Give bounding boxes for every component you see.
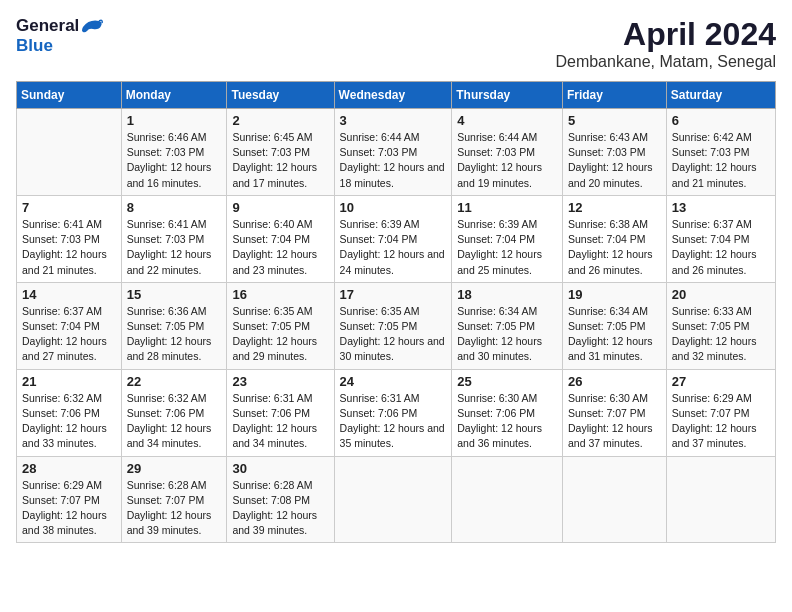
day-info: Sunrise: 6:29 AMSunset: 7:07 PMDaylight:… — [672, 391, 771, 452]
day-info: Sunrise: 6:36 AMSunset: 7:05 PMDaylight:… — [127, 304, 223, 365]
calendar-cell: 30Sunrise: 6:28 AMSunset: 7:08 PMDayligh… — [227, 456, 334, 543]
day-number: 6 — [672, 113, 771, 128]
calendar-cell: 9Sunrise: 6:40 AMSunset: 7:04 PMDaylight… — [227, 195, 334, 282]
calendar-cell: 3Sunrise: 6:44 AMSunset: 7:03 PMDaylight… — [334, 109, 452, 196]
day-info: Sunrise: 6:39 AMSunset: 7:04 PMDaylight:… — [457, 217, 558, 278]
day-number: 8 — [127, 200, 223, 215]
calendar-cell: 17Sunrise: 6:35 AMSunset: 7:05 PMDayligh… — [334, 282, 452, 369]
day-info: Sunrise: 6:44 AMSunset: 7:03 PMDaylight:… — [457, 130, 558, 191]
day-info: Sunrise: 6:41 AMSunset: 7:03 PMDaylight:… — [22, 217, 117, 278]
day-number: 12 — [568, 200, 662, 215]
calendar-cell: 1Sunrise: 6:46 AMSunset: 7:03 PMDaylight… — [121, 109, 227, 196]
header-day-saturday: Saturday — [666, 82, 775, 109]
calendar-cell: 24Sunrise: 6:31 AMSunset: 7:06 PMDayligh… — [334, 369, 452, 456]
day-info: Sunrise: 6:34 AMSunset: 7:05 PMDaylight:… — [568, 304, 662, 365]
day-number: 27 — [672, 374, 771, 389]
day-info: Sunrise: 6:37 AMSunset: 7:04 PMDaylight:… — [672, 217, 771, 278]
day-number: 17 — [340, 287, 448, 302]
day-number: 11 — [457, 200, 558, 215]
day-number: 25 — [457, 374, 558, 389]
calendar-cell: 7Sunrise: 6:41 AMSunset: 7:03 PMDaylight… — [17, 195, 122, 282]
day-number: 21 — [22, 374, 117, 389]
calendar-cell: 19Sunrise: 6:34 AMSunset: 7:05 PMDayligh… — [562, 282, 666, 369]
calendar-cell: 16Sunrise: 6:35 AMSunset: 7:05 PMDayligh… — [227, 282, 334, 369]
header-day-friday: Friday — [562, 82, 666, 109]
day-number: 26 — [568, 374, 662, 389]
day-number: 19 — [568, 287, 662, 302]
day-info: Sunrise: 6:31 AMSunset: 7:06 PMDaylight:… — [340, 391, 448, 452]
day-number: 7 — [22, 200, 117, 215]
day-info: Sunrise: 6:31 AMSunset: 7:06 PMDaylight:… — [232, 391, 329, 452]
day-number: 24 — [340, 374, 448, 389]
calendar-cell: 5Sunrise: 6:43 AMSunset: 7:03 PMDaylight… — [562, 109, 666, 196]
day-number: 22 — [127, 374, 223, 389]
calendar-cell — [452, 456, 563, 543]
day-info: Sunrise: 6:44 AMSunset: 7:03 PMDaylight:… — [340, 130, 448, 191]
calendar-cell: 11Sunrise: 6:39 AMSunset: 7:04 PMDayligh… — [452, 195, 563, 282]
day-info: Sunrise: 6:41 AMSunset: 7:03 PMDaylight:… — [127, 217, 223, 278]
day-info: Sunrise: 6:45 AMSunset: 7:03 PMDaylight:… — [232, 130, 329, 191]
calendar-cell: 20Sunrise: 6:33 AMSunset: 7:05 PMDayligh… — [666, 282, 775, 369]
logo-icon — [81, 17, 103, 35]
calendar-cell: 18Sunrise: 6:34 AMSunset: 7:05 PMDayligh… — [452, 282, 563, 369]
calendar-cell — [334, 456, 452, 543]
calendar-cell: 25Sunrise: 6:30 AMSunset: 7:06 PMDayligh… — [452, 369, 563, 456]
day-info: Sunrise: 6:46 AMSunset: 7:03 PMDaylight:… — [127, 130, 223, 191]
calendar-cell — [562, 456, 666, 543]
calendar-week-row: 1Sunrise: 6:46 AMSunset: 7:03 PMDaylight… — [17, 109, 776, 196]
calendar-cell: 6Sunrise: 6:42 AMSunset: 7:03 PMDaylight… — [666, 109, 775, 196]
header-day-sunday: Sunday — [17, 82, 122, 109]
calendar-week-row: 21Sunrise: 6:32 AMSunset: 7:06 PMDayligh… — [17, 369, 776, 456]
calendar-cell: 14Sunrise: 6:37 AMSunset: 7:04 PMDayligh… — [17, 282, 122, 369]
calendar-cell: 23Sunrise: 6:31 AMSunset: 7:06 PMDayligh… — [227, 369, 334, 456]
day-info: Sunrise: 6:32 AMSunset: 7:06 PMDaylight:… — [22, 391, 117, 452]
day-number: 18 — [457, 287, 558, 302]
day-info: Sunrise: 6:42 AMSunset: 7:03 PMDaylight:… — [672, 130, 771, 191]
day-number: 16 — [232, 287, 329, 302]
header-day-monday: Monday — [121, 82, 227, 109]
header-day-wednesday: Wednesday — [334, 82, 452, 109]
day-info: Sunrise: 6:30 AMSunset: 7:06 PMDaylight:… — [457, 391, 558, 452]
day-number: 28 — [22, 461, 117, 476]
calendar-title: April 2024 — [555, 16, 776, 53]
calendar-cell: 13Sunrise: 6:37 AMSunset: 7:04 PMDayligh… — [666, 195, 775, 282]
day-number: 20 — [672, 287, 771, 302]
calendar-cell — [17, 109, 122, 196]
logo-blue: Blue — [16, 36, 53, 56]
day-info: Sunrise: 6:38 AMSunset: 7:04 PMDaylight:… — [568, 217, 662, 278]
calendar-cell: 4Sunrise: 6:44 AMSunset: 7:03 PMDaylight… — [452, 109, 563, 196]
day-info: Sunrise: 6:33 AMSunset: 7:05 PMDaylight:… — [672, 304, 771, 365]
day-info: Sunrise: 6:43 AMSunset: 7:03 PMDaylight:… — [568, 130, 662, 191]
page-header: General Blue April 2024 Dembankane, Mata… — [16, 16, 776, 71]
day-info: Sunrise: 6:29 AMSunset: 7:07 PMDaylight:… — [22, 478, 117, 539]
logo-general: General — [16, 16, 79, 36]
day-info: Sunrise: 6:32 AMSunset: 7:06 PMDaylight:… — [127, 391, 223, 452]
day-number: 30 — [232, 461, 329, 476]
day-number: 5 — [568, 113, 662, 128]
calendar-cell: 22Sunrise: 6:32 AMSunset: 7:06 PMDayligh… — [121, 369, 227, 456]
calendar-cell — [666, 456, 775, 543]
day-info: Sunrise: 6:28 AMSunset: 7:07 PMDaylight:… — [127, 478, 223, 539]
day-number: 10 — [340, 200, 448, 215]
calendar-header-row: SundayMondayTuesdayWednesdayThursdayFrid… — [17, 82, 776, 109]
calendar-week-row: 14Sunrise: 6:37 AMSunset: 7:04 PMDayligh… — [17, 282, 776, 369]
logo: General Blue — [16, 16, 103, 56]
calendar-cell: 28Sunrise: 6:29 AMSunset: 7:07 PMDayligh… — [17, 456, 122, 543]
day-number: 23 — [232, 374, 329, 389]
day-number: 13 — [672, 200, 771, 215]
header-day-thursday: Thursday — [452, 82, 563, 109]
header-day-tuesday: Tuesday — [227, 82, 334, 109]
calendar-week-row: 28Sunrise: 6:29 AMSunset: 7:07 PMDayligh… — [17, 456, 776, 543]
day-number: 9 — [232, 200, 329, 215]
calendar-cell: 10Sunrise: 6:39 AMSunset: 7:04 PMDayligh… — [334, 195, 452, 282]
day-number: 4 — [457, 113, 558, 128]
day-number: 2 — [232, 113, 329, 128]
calendar-cell: 26Sunrise: 6:30 AMSunset: 7:07 PMDayligh… — [562, 369, 666, 456]
day-number: 1 — [127, 113, 223, 128]
day-info: Sunrise: 6:40 AMSunset: 7:04 PMDaylight:… — [232, 217, 329, 278]
day-number: 14 — [22, 287, 117, 302]
day-info: Sunrise: 6:37 AMSunset: 7:04 PMDaylight:… — [22, 304, 117, 365]
calendar-cell: 2Sunrise: 6:45 AMSunset: 7:03 PMDaylight… — [227, 109, 334, 196]
day-number: 29 — [127, 461, 223, 476]
calendar-cell: 21Sunrise: 6:32 AMSunset: 7:06 PMDayligh… — [17, 369, 122, 456]
